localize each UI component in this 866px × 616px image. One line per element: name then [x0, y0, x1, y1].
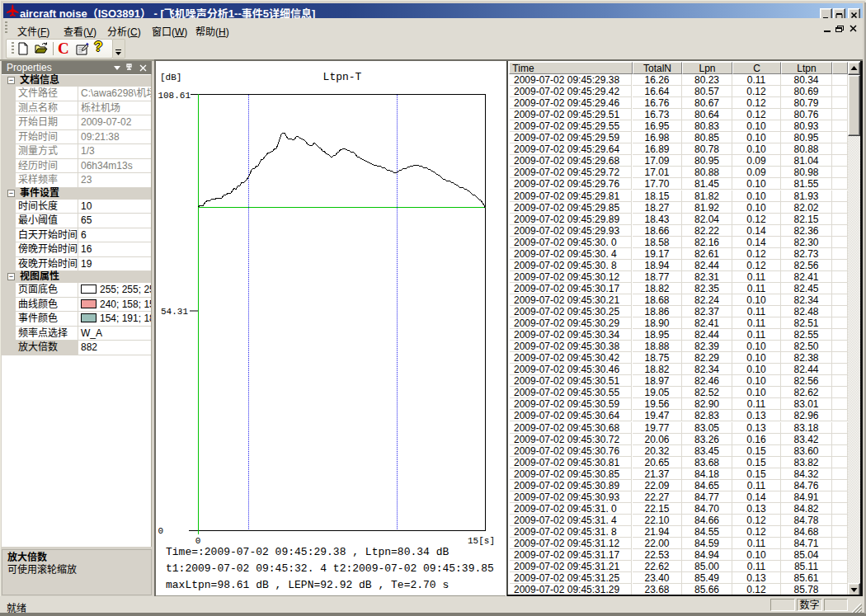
- svg-text:15[s]: 15[s]: [468, 536, 495, 546]
